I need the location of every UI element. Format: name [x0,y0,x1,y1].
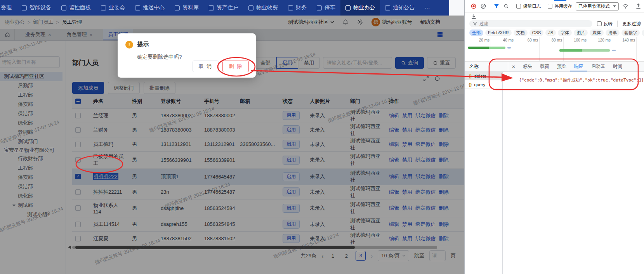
network-tab-indicator [554,0,566,1]
chip-wasm[interactable]: Wasm [642,29,644,36]
export-har-icon[interactable] [470,13,477,19]
nav-item-push-center[interactable]: 推送中心 [130,0,170,16]
devtools-toolbar-row2 [465,13,644,19]
disable-cache-checkbox[interactable]: 停用缓存 [548,3,572,9]
chip-css[interactable]: CSS [529,29,544,36]
dialog-message: 确定要删除选中吗? [137,54,248,61]
chip-font[interactable]: 字体 [558,29,572,36]
nav-item-finance[interactable]: 财务 [283,0,312,16]
network-overview-timeline[interactable]: 20 ms 40 ms 60 ms 80 ms 100 ms 120 ms 14… [465,37,644,62]
nav-item-smart-device[interactable]: 智能设备 [17,0,56,16]
filter-funnel-icon[interactable] [493,3,500,9]
request-row-delete[interactable]: {} delete [465,72,502,80]
asset-icon [209,5,214,10]
detail-tab-timing[interactable]: 时间 [609,62,626,71]
waterfall-bar-query [559,49,610,52]
nav-item-shouli[interactable]: 受理 [0,0,17,16]
record-icon[interactable] [470,3,477,9]
more-filters-button[interactable]: 更多过滤 [622,21,641,27]
nav-item-property-office[interactable]: 物业办公 [340,0,380,16]
caret-down-icon [613,5,616,7]
waterfall-bar-delete [468,47,505,49]
chip-media[interactable]: 媒体 [590,29,604,36]
fee-icon [248,5,253,10]
timeline-tick: 20 ms [466,38,490,42]
chip-fetch-xhr[interactable]: Fetch/XHR [485,29,512,36]
request-type-chips: 全部 Fetch/XHR 文档 CSS JS 字体 图片 媒体 清单 套接字 W… [465,28,644,37]
chip-socket[interactable]: 套接字 [621,29,640,36]
network-filter-row: 过滤 反转 更多过滤 [465,19,644,28]
checkbox-icon [548,4,552,9]
monitor-icon [61,5,66,10]
import-har-icon[interactable] [635,3,642,9]
request-list: {} delete {} query [465,72,503,274]
detail-tab-response-active[interactable]: 响应 [570,62,587,71]
delete-confirm-button[interactable]: 删 除 [222,61,249,72]
invert-filter-checkbox[interactable]: 反转 [597,21,613,27]
chip-doc[interactable]: 文档 [514,29,528,36]
checkbox-icon [516,4,521,9]
checkbox-icon [597,21,602,26]
chip-img[interactable]: 图片 [574,29,588,36]
nav-item-committee[interactable]: 业委会 [96,0,130,16]
warning-icon: ! [125,41,133,49]
request-detail-body: {} delete {} query {"code":0,"msg":"操作成功… [465,72,644,274]
name-column-header[interactable]: 名称 [465,62,508,71]
timeline-tick: 40 ms [490,38,514,42]
timeline-tick: 80 ms [539,38,562,42]
chip-js[interactable]: JS [545,29,556,36]
office-icon [345,5,351,10]
nav-more-button[interactable]: ⋯ [420,0,435,16]
confirm-delete-dialog: ! 提示 确定要删除选中吗? 取 消 删 除 [118,33,256,78]
detail-tab-initiator[interactable]: 启动器 [587,62,609,71]
finance-icon [288,5,293,10]
nav-item-parking[interactable]: 停车 [312,0,340,16]
response-json: {"code":0,"msg":"操作成功","ok":true,"dataTy… [519,77,644,83]
timeline-tick: 100 ms [563,38,587,42]
preserve-log-checkbox[interactable]: 保留日志 [516,3,541,9]
detail-tab-preview[interactable]: 预览 [553,62,570,71]
chip-manifest[interactable]: 清单 [606,29,620,36]
close-detail-icon[interactable]: × [508,62,519,71]
nav-item-asset-resident[interactable]: 资产住户 [204,0,243,16]
dialog-title: 提示 [137,40,149,49]
library-icon [175,5,180,10]
parking-icon [317,5,322,10]
clear-icon[interactable] [480,3,486,9]
funnel-icon [473,22,477,26]
waterfall-tail [507,47,511,49]
network-conditions-icon[interactable] [622,3,628,9]
devtools-network-panel: 保留日志 停用缓存 已停用节流模式 过滤 反转 [464,0,644,274]
smart-device-icon [22,5,27,10]
json-icon: {} [469,74,472,78]
top-nav: 受理 智能设备 监控面板 业委会 推送中心 资料库 资产住户 物业收费 财务 停… [0,0,464,16]
nav-item-notice[interactable]: 通知公告 [380,0,420,16]
nav-item-library[interactable]: 资料库 [170,0,204,16]
nav-item-property-fee[interactable]: 物业收费 [243,0,283,16]
nav-item-monitor[interactable]: 监控面板 [56,0,96,16]
main-app-window: 受理 智能设备 监控面板 业委会 推送中心 资料库 资产住户 物业收费 财务 停… [0,0,464,274]
response-pane: {"code":0,"msg":"操作成功","ok":true,"dataTy… [503,72,644,274]
network-filter-input[interactable]: 过滤 [469,20,592,27]
timeline-tick: 120 ms [587,38,611,42]
waterfall-tail [612,50,616,51]
request-row-query[interactable]: {} query [465,80,502,89]
push-center-icon [135,5,140,10]
detail-tab-headers[interactable]: 标头 [519,62,536,71]
nav-gap [449,0,464,16]
throttling-select[interactable]: 已停用节流模式 [576,2,619,10]
network-search-icon[interactable] [503,3,509,9]
detail-tab-payload[interactable]: 载荷 [536,62,553,71]
timeline-tick: 140 ms [612,38,635,42]
json-icon: {} [469,82,472,87]
cancel-button[interactable]: 取 消 [193,61,219,72]
timeline-tick: 160 ms [636,38,644,42]
timeline-tick: 60 ms [515,38,538,42]
chip-all[interactable]: 全部 [469,29,483,36]
devtools-toolbar: 保留日志 停用缓存 已停用节流模式 [465,0,644,13]
committee-icon [101,5,106,10]
notice-icon [385,5,390,10]
request-detail-header: 名称 × 标头 载荷 预览 响应 启动器 时间 [465,62,644,72]
